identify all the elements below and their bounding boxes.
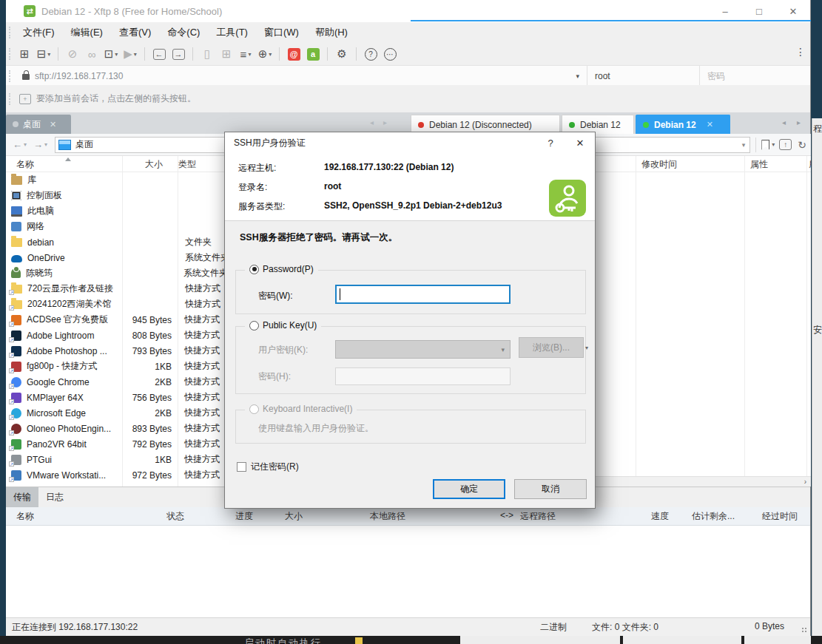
remember-password-checkbox[interactable] xyxy=(237,462,246,472)
local-tab-desktop[interactable]: 桌面 ✕ xyxy=(6,115,71,134)
remote-tabs-scroll-left-icon[interactable]: ◂ xyxy=(782,118,786,126)
maximize-button[interactable]: □ xyxy=(742,0,776,22)
forward-dropdown-icon[interactable]: ▾ xyxy=(44,141,47,148)
dialog-close-button[interactable]: ✕ xyxy=(565,132,595,153)
bookmark-dropdown-icon[interactable]: ▾ xyxy=(772,141,775,148)
file-name: 20241202西湖美术馆 xyxy=(27,298,122,311)
feedback-icon[interactable]: ⋯ xyxy=(383,47,397,61)
compare-window-icon[interactable]: ▯ xyxy=(200,47,215,61)
remote-column-header[interactable]: 属性 xyxy=(750,158,768,171)
cancel-button[interactable]: 取消 xyxy=(514,479,587,499)
refresh-icon[interactable]: ↻ xyxy=(798,139,806,151)
remote-column-header[interactable]: 修改时间 xyxy=(641,158,677,171)
xshell-icon[interactable]: @ xyxy=(286,47,301,61)
dialog-password-input[interactable] xyxy=(335,285,511,304)
back-dropdown-icon[interactable]: ▾ xyxy=(24,141,27,148)
menu-item[interactable]: 文件(F) xyxy=(15,22,63,43)
ok-button[interactable]: 确定 xyxy=(433,479,505,499)
scroll-right-icon[interactable]: › xyxy=(804,478,806,486)
local-tabs-scroll-left-icon[interactable]: ◂ xyxy=(370,118,374,126)
session-properties-icon[interactable]: ⊡▾ xyxy=(104,47,118,61)
transfer-column-header[interactable]: 大小 xyxy=(285,510,303,523)
view-list-icon[interactable]: ≡▾ xyxy=(238,47,253,61)
publickey-radio-row[interactable]: Public Key(U) xyxy=(245,320,321,331)
hint-gripper xyxy=(9,93,10,105)
transfer-column-header[interactable]: 远程路径 xyxy=(520,510,556,523)
combo-dropdown-icon[interactable]: ▾ xyxy=(742,141,746,149)
password-radio-row[interactable]: Password(P) xyxy=(245,264,318,274)
status-connecting-text: 正在连接到 192.168.177.130:22 xyxy=(12,621,138,634)
local-tabs-scroll-right-icon[interactable]: ▸ xyxy=(383,118,387,126)
password-input[interactable] xyxy=(700,71,810,81)
browse-dropdown-icon[interactable]: ▾ xyxy=(585,345,588,351)
transfer-column-header[interactable]: 状态 xyxy=(166,510,184,523)
disconnect-icon[interactable]: ⊘ xyxy=(65,47,80,61)
background-yellow-icon xyxy=(355,637,363,644)
dialog-help-button[interactable]: ? xyxy=(536,132,565,153)
file-size: 972 Bytes xyxy=(121,470,178,481)
transfer-column-header[interactable]: 速度 xyxy=(651,510,669,523)
remote-column-header[interactable]: 所 xyxy=(809,158,811,171)
transfer-tab[interactable]: 传输 xyxy=(6,487,38,507)
file-type: 快捷方式 xyxy=(178,469,220,481)
transfer-column-header[interactable]: 进度 xyxy=(235,510,253,523)
transfer-column-header[interactable]: 估计剩余... xyxy=(692,510,735,523)
help-icon[interactable]: ? xyxy=(363,47,378,61)
open-session-icon[interactable]: ⊟▾ xyxy=(36,47,51,61)
remote-tab-close-icon[interactable]: ✕ xyxy=(707,120,713,129)
local-tab-close-icon[interactable]: ✕ xyxy=(50,120,56,129)
xagent-icon[interactable]: a xyxy=(306,47,320,61)
menu-item[interactable]: 命令(C) xyxy=(159,22,208,43)
upload-icon[interactable]: ↑ xyxy=(779,139,792,150)
transfer-column-header[interactable]: <-> xyxy=(500,510,513,521)
column-header-size[interactable]: 大小 xyxy=(145,158,163,171)
bookmark-icon[interactable] xyxy=(761,140,769,150)
toolbar-overflow-icon[interactable]: ⋮ xyxy=(795,46,806,58)
minimize-button[interactable]: – xyxy=(708,0,742,22)
menu-item[interactable]: 窗口(W) xyxy=(256,22,307,43)
shortcut-overlay-icon: ↗ xyxy=(9,415,14,420)
menu-item[interactable]: 编辑(E) xyxy=(63,22,111,43)
back-icon[interactable]: ← xyxy=(13,139,22,150)
column-header-name[interactable]: 名称 xyxy=(16,158,34,171)
keyboard-radio-row[interactable]: Keyboard Interactive(I) xyxy=(245,404,357,414)
close-button[interactable]: ✕ xyxy=(776,0,810,22)
remote-host-label: 远程主机: xyxy=(238,163,276,173)
new-window-icon[interactable]: ⊞ xyxy=(219,47,234,61)
transfer-column-header[interactable]: 经过时间 xyxy=(762,510,798,523)
status-bar: 正在连接到 192.168.177.130:22 二进制 文件: 0 文件夹: … xyxy=(6,617,810,636)
browse-button[interactable]: 浏览(B)... xyxy=(519,337,584,358)
run-icon[interactable]: ▶▾ xyxy=(123,47,138,61)
user-key-combo[interactable]: ▾ xyxy=(335,340,511,359)
key-password-input[interactable] xyxy=(335,367,511,385)
menu-item[interactable]: 帮助(H) xyxy=(307,22,356,43)
transfer-in-icon[interactable]: ← xyxy=(152,47,166,61)
password-field-wrap xyxy=(699,66,810,86)
password-radio[interactable] xyxy=(249,265,259,274)
transfer-out-icon[interactable]: → xyxy=(171,47,186,61)
encoding-icon[interactable]: ⊕▾ xyxy=(257,47,272,61)
remote-tabs-scroll-right-icon[interactable]: ▸ xyxy=(797,118,801,126)
status-transfer-mode[interactable]: 二进制 xyxy=(540,621,567,634)
shortcut-overlay-icon: ↗ xyxy=(9,430,14,435)
transfer-column-header[interactable]: 名称 xyxy=(16,510,34,523)
address-url[interactable]: sftp://192.168.177.130 xyxy=(35,71,568,81)
new-session-icon[interactable]: ⊞ xyxy=(17,47,32,61)
remote-tab[interactable]: Debian 12✕ xyxy=(636,115,730,134)
transfer-column-header[interactable]: 本地路径 xyxy=(370,510,405,523)
menu-item[interactable]: 工具(T) xyxy=(208,22,256,43)
reconnect-icon[interactable]: ∞ xyxy=(84,47,99,61)
publickey-radio[interactable] xyxy=(249,321,259,331)
background-char-mid: 安 xyxy=(813,324,822,336)
settings-icon[interactable]: ⚙ xyxy=(334,47,349,61)
file-type: 快捷方式 xyxy=(178,422,220,435)
forward-icon[interactable]: → xyxy=(33,139,43,150)
address-dropdown-icon[interactable]: ▾ xyxy=(568,72,587,80)
remember-password-row[interactable]: 记住密码(R) xyxy=(237,461,299,473)
column-header-type[interactable]: 类型 xyxy=(178,158,196,171)
username-input[interactable] xyxy=(587,71,699,81)
menu-item[interactable]: 查看(V) xyxy=(111,22,159,43)
resize-grip[interactable] xyxy=(802,628,808,634)
keyboard-radio[interactable] xyxy=(249,404,259,414)
transfer-tab[interactable]: 日志 xyxy=(38,487,71,507)
